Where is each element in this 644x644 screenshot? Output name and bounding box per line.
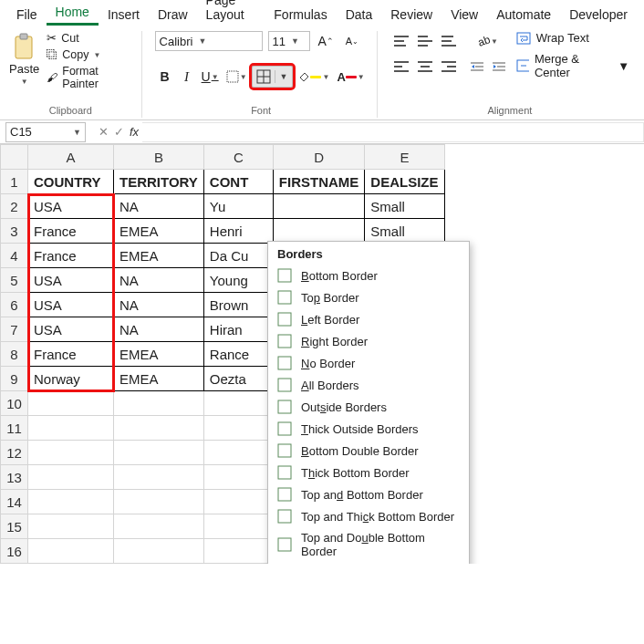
accept-formula-icon[interactable]: ✓ xyxy=(114,125,124,139)
align-middle-button[interactable] xyxy=(414,31,436,51)
menu-item-bottom-double-border[interactable]: Bottom Double Border xyxy=(268,440,469,462)
font-size-combo[interactable]: 11▼ xyxy=(268,31,310,51)
cell-C16[interactable] xyxy=(203,539,273,564)
cell-A5[interactable]: USA xyxy=(28,268,114,293)
decrease-font-button[interactable]: A⌄ xyxy=(342,31,362,51)
align-center-button[interactable] xyxy=(414,57,436,77)
col-header-B[interactable]: B xyxy=(114,145,204,170)
borders-icon[interactable] xyxy=(253,68,275,86)
row-header-1[interactable]: 1 xyxy=(1,170,28,194)
menu-item-no-border[interactable]: No Border xyxy=(268,352,469,374)
cell-A13[interactable] xyxy=(28,465,114,490)
cell-C5[interactable]: Young xyxy=(203,268,273,293)
underline-button[interactable]: U▼ xyxy=(199,67,222,87)
menu-item-thick-bottom-border[interactable]: Thick Bottom Border xyxy=(268,462,469,483)
cell-A6[interactable]: USA xyxy=(28,293,114,317)
row-header-13[interactable]: 13 xyxy=(1,465,28,490)
font-color-button[interactable]: A▼ xyxy=(334,67,367,87)
cell-C15[interactable] xyxy=(203,514,273,539)
cell-E2[interactable]: Small xyxy=(365,194,444,219)
cell-B10[interactable] xyxy=(114,391,204,416)
cell-A1[interactable]: COUNTRY xyxy=(28,170,114,194)
cell-A11[interactable] xyxy=(28,416,114,441)
tab-formulas[interactable]: Formulas xyxy=(265,4,336,26)
cell-B15[interactable] xyxy=(114,514,204,539)
fill-color-button[interactable]: ▼ xyxy=(295,67,332,87)
row-header-9[interactable]: 9 xyxy=(1,367,28,391)
cell-C12[interactable] xyxy=(203,441,273,465)
cell-C2[interactable]: Yu xyxy=(203,194,273,219)
increase-indent-button[interactable] xyxy=(489,57,509,77)
cell-B2[interactable]: NA xyxy=(114,194,204,219)
menu-item-top-and-double-bottom-border[interactable]: Top and Double Bottom Border xyxy=(268,527,469,562)
tab-view[interactable]: View xyxy=(441,4,487,26)
copy-button[interactable]: Copy▼ xyxy=(47,48,131,61)
cell-A14[interactable] xyxy=(28,490,114,514)
cell-B9[interactable]: EMEA xyxy=(114,367,204,391)
align-top-button[interactable] xyxy=(390,31,412,51)
select-all-corner[interactable] xyxy=(1,145,28,170)
menu-item-bottom-border[interactable]: Bottom Border xyxy=(268,265,469,286)
menu-item-top-border[interactable]: Top Border xyxy=(268,286,469,308)
tab-home[interactable]: Home xyxy=(47,1,99,26)
cell-C7[interactable]: Hiran xyxy=(203,317,273,342)
row-header-6[interactable]: 6 xyxy=(1,293,28,317)
cell-B14[interactable] xyxy=(114,490,204,514)
bold-button[interactable]: B xyxy=(155,67,175,87)
cell-B7[interactable]: NA xyxy=(114,317,204,342)
font-name-combo[interactable]: Calibri▼ xyxy=(155,31,263,51)
tab-developer[interactable]: Developer xyxy=(560,4,637,26)
cell-B12[interactable] xyxy=(114,441,204,465)
col-header-A[interactable]: A xyxy=(28,145,114,170)
cell-C9[interactable]: Oezta xyxy=(203,367,273,391)
cell-B11[interactable] xyxy=(114,416,204,441)
cell-D3[interactable] xyxy=(273,219,365,244)
row-header-11[interactable]: 11 xyxy=(1,416,28,441)
row-header-16[interactable]: 16 xyxy=(1,539,28,564)
cancel-formula-icon[interactable]: ✕ xyxy=(99,125,109,139)
increase-font-button[interactable]: A⌃ xyxy=(316,31,337,51)
cell-B4[interactable]: EMEA xyxy=(114,244,204,268)
decrease-indent-button[interactable] xyxy=(467,57,487,77)
cell-A8[interactable]: France xyxy=(28,342,114,367)
row-header-7[interactable]: 7 xyxy=(1,317,28,342)
format-painter-button[interactable]: Format Painter xyxy=(47,65,131,90)
cell-A3[interactable]: France xyxy=(28,219,114,244)
align-left-button[interactable] xyxy=(390,57,412,77)
tab-page-layout[interactable]: Page Layout xyxy=(197,0,265,26)
col-header-C[interactable]: C xyxy=(203,145,273,170)
cell-C6[interactable]: Brown xyxy=(203,293,273,317)
tab-review[interactable]: Review xyxy=(381,4,441,26)
cell-A16[interactable] xyxy=(28,539,114,564)
cell-C10[interactable] xyxy=(203,391,273,416)
row-header-2[interactable]: 2 xyxy=(1,194,28,219)
cell-A4[interactable]: France xyxy=(28,244,114,268)
borders-split-button[interactable]: ▼ xyxy=(252,66,294,88)
cell-E1[interactable]: DEALSIZE xyxy=(365,170,444,194)
name-box[interactable]: C15▼ xyxy=(5,122,86,142)
cell-B3[interactable]: EMEA xyxy=(114,219,204,244)
col-header-D[interactable]: D xyxy=(273,145,365,170)
cell-B5[interactable]: NA xyxy=(114,268,204,293)
menu-item-outside-borders[interactable]: Outside Borders xyxy=(268,396,469,418)
cell-E3[interactable]: Small xyxy=(365,219,444,244)
tab-draw[interactable]: Draw xyxy=(149,4,197,26)
merge-center-button[interactable]: Merge & Center▼ xyxy=(516,52,629,79)
cell-A12[interactable] xyxy=(28,441,114,465)
cell-A9[interactable]: Norway xyxy=(28,367,114,391)
formula-bar[interactable] xyxy=(142,122,644,142)
row-header-12[interactable]: 12 xyxy=(1,441,28,465)
cell-C8[interactable]: Rance xyxy=(203,342,273,367)
borders-dropdown[interactable]: ▼ xyxy=(275,70,293,83)
align-right-button[interactable] xyxy=(438,57,460,77)
menu-item-top-and-thick-bottom-border[interactable]: Top and Thick Bottom Border xyxy=(268,505,469,527)
cell-C13[interactable] xyxy=(203,465,273,490)
cell-C3[interactable]: Henri xyxy=(203,219,273,244)
cell-C14[interactable] xyxy=(203,490,273,514)
orientation-button[interactable]: ab▼ xyxy=(467,31,509,51)
row-header-4[interactable]: 4 xyxy=(1,244,28,268)
row-header-8[interactable]: 8 xyxy=(1,342,28,367)
cell-B1[interactable]: TERRITORY xyxy=(114,170,204,194)
cell-A7[interactable]: USA xyxy=(28,317,114,342)
fx-icon[interactable]: fx xyxy=(130,125,139,139)
